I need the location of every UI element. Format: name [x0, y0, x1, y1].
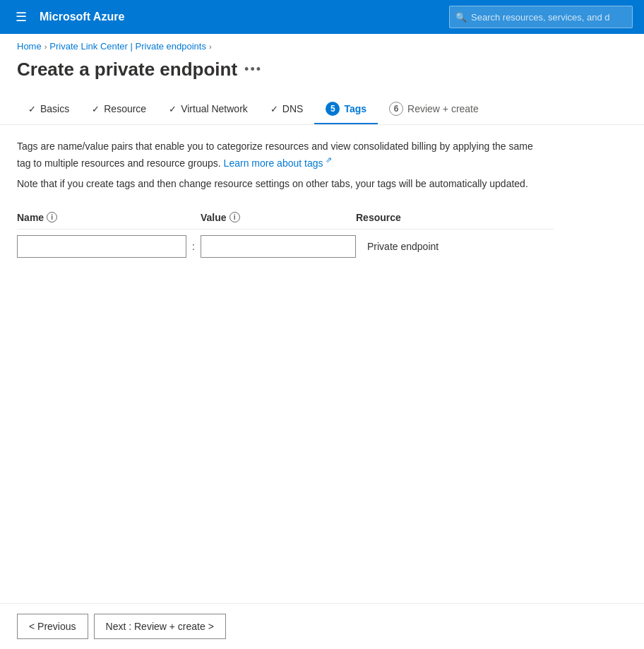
main-content: Tags are name/value pairs that enable yo… [0, 139, 644, 263]
column-name-label: Name [17, 212, 44, 223]
tab-resource[interactable]: ✓ Resource [80, 96, 157, 123]
breadcrumb-sep-1: › [44, 42, 47, 51]
tags-table-header: Name i Value i Resource [17, 206, 554, 230]
tab-virtual-network[interactable]: ✓ Virtual Network [157, 96, 259, 123]
row-separator: : [186, 241, 201, 252]
search-icon: 🔍 [455, 12, 467, 23]
value-input[interactable] [201, 235, 356, 258]
tab-basics-check-icon: ✓ [28, 104, 36, 114]
breadcrumb-home[interactable]: Home [17, 41, 42, 52]
external-link-icon: ⇗ [326, 155, 332, 164]
hamburger-menu-icon[interactable]: ☰ [11, 9, 31, 25]
table-row: : Private endpoint [17, 230, 554, 263]
breadcrumb-sep-2: › [209, 42, 212, 51]
tab-review-create-label: Review + create [407, 103, 479, 114]
column-resource-label: Resource [356, 212, 401, 223]
column-header-resource: Resource [356, 212, 554, 223]
tab-dns-label: DNS [282, 103, 304, 114]
tab-tags[interactable]: 5 Tags [314, 95, 378, 124]
tab-review-create-number: 6 [389, 102, 403, 116]
tab-virtual-network-check-icon: ✓ [169, 104, 177, 114]
tab-tags-label: Tags [344, 103, 366, 114]
learn-more-link[interactable]: Learn more about tags ⇗ [224, 157, 333, 169]
tab-tags-number: 5 [326, 102, 340, 116]
tab-resource-check-icon: ✓ [92, 104, 100, 114]
tags-description: Tags are name/value pairs that enable yo… [17, 139, 539, 171]
tab-basics-label: Basics [40, 103, 69, 114]
tab-virtual-network-label: Virtual Network [181, 103, 248, 114]
resource-value: Private endpoint [356, 241, 554, 252]
page-title: Create a private endpoint [17, 59, 237, 81]
name-input[interactable] [17, 235, 186, 258]
value-info-icon[interactable]: i [229, 212, 240, 222]
name-info-icon[interactable]: i [47, 212, 57, 222]
breadcrumb: Home › Private Link Center | Private end… [0, 34, 644, 56]
tab-basics[interactable]: ✓ Basics [17, 96, 80, 123]
tags-note: Note that if you create tags and then ch… [17, 178, 627, 189]
tab-dns-check-icon: ✓ [270, 104, 278, 114]
tab-review-create[interactable]: 6 Review + create [378, 95, 490, 124]
tab-resource-label: Resource [104, 103, 146, 114]
app-title: Microsoft Azure [40, 11, 124, 23]
tab-bar: ✓ Basics ✓ Resource ✓ Virtual Network ✓ … [0, 95, 644, 125]
column-header-value: Value i [201, 212, 356, 223]
tab-dns[interactable]: ✓ DNS [259, 96, 315, 123]
search-bar[interactable]: 🔍 Search resources, services, and d [449, 6, 633, 28]
page-header: Create a private endpoint ••• [0, 56, 644, 95]
top-navigation: ☰ Microsoft Azure 🔍 Search resources, se… [0, 0, 644, 34]
column-value-label: Value [201, 212, 227, 223]
tags-table: Name i Value i Resource : Private endpoi… [17, 206, 554, 263]
more-options-icon[interactable]: ••• [244, 62, 262, 77]
breadcrumb-parent[interactable]: Private Link Center | Private endpoints [49, 41, 206, 52]
column-header-name: Name i [17, 212, 186, 223]
search-placeholder: Search resources, services, and d [471, 12, 610, 23]
